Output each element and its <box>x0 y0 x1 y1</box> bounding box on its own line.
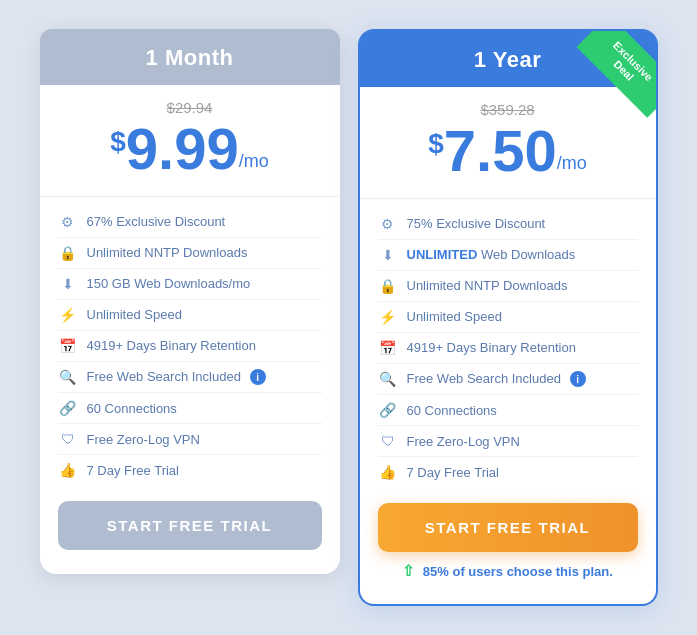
yearly-features-list: ⚙75% Exclusive Discount ⬇UNLIMITED Web D… <box>360 198 656 504</box>
list-item: 🔍Free Web Search Included i <box>58 362 322 394</box>
info-icon[interactable]: i <box>250 369 266 385</box>
speed-icon: ⚡ <box>58 307 78 323</box>
feature-label: 4919+ Days Binary Retention <box>87 338 322 353</box>
feature-label: Unlimited NNTP Downloads <box>87 245 322 260</box>
exclusive-badge-text: ExclusiveDeal <box>576 31 656 118</box>
discount-icon: ⚙ <box>378 216 398 232</box>
list-item: 🔍Free Web Search Included i <box>378 364 638 396</box>
list-item: 👍7 Day Free Trial <box>58 455 322 485</box>
feature-label: 7 Day Free Trial <box>407 465 638 480</box>
feature-label: 75% Exclusive Discount <box>407 216 638 231</box>
lock-icon: 🔒 <box>378 278 398 294</box>
feature-label: 60 Connections <box>407 403 638 418</box>
feature-label: 67% Exclusive Discount <box>87 214 322 229</box>
trial-icon: 👍 <box>58 462 78 478</box>
list-item: ⚡Unlimited Speed <box>58 300 322 331</box>
list-item: 🔒Unlimited NNTP Downloads <box>378 271 638 302</box>
feature-label: 60 Connections <box>87 401 322 416</box>
speed-icon: ⚡ <box>378 309 398 325</box>
yearly-price-row: $ 7.50 /mo <box>380 122 636 180</box>
feature-label: Free Web Search Included i <box>407 371 638 388</box>
feature-label: Free Zero-Log VPN <box>407 434 638 449</box>
lock-icon: 🔒 <box>58 245 78 261</box>
arrow-up-icon: ⇧ <box>402 562 415 579</box>
connections-icon: 🔗 <box>58 400 78 416</box>
yearly-plan-name: 1 Year <box>474 47 541 72</box>
feature-label: Unlimited Speed <box>407 309 638 324</box>
monthly-price-section: $29.94 $ 9.99 /mo <box>40 85 340 188</box>
feature-label: Unlimited Speed <box>87 307 322 322</box>
list-item: 📅4919+ Days Binary Retention <box>378 333 638 364</box>
monthly-price-amount: 9.99 <box>126 120 239 178</box>
vpn-icon: 🛡 <box>378 433 398 449</box>
feature-label: Unlimited NNTP Downloads <box>407 278 638 293</box>
yearly-price-amount: 7.50 <box>444 122 557 180</box>
monthly-plan-card: 1 Month $29.94 $ 9.99 /mo ⚙67% Exclusive… <box>40 29 340 575</box>
monthly-cta-button[interactable]: START FREE TRIAL <box>58 501 322 550</box>
list-item: 🔗60 Connections <box>378 395 638 426</box>
monthly-price-row: $ 9.99 /mo <box>60 120 320 178</box>
popular-note-text: 85% of users choose this plan. <box>423 564 613 579</box>
list-item: 🔒Unlimited NNTP Downloads <box>58 238 322 269</box>
monthly-features-list: ⚙67% Exclusive Discount 🔒Unlimited NNTP … <box>40 196 340 502</box>
monthly-price-dollar: $ <box>110 128 126 156</box>
monthly-price-suffix: /mo <box>239 152 269 170</box>
vpn-icon: 🛡 <box>58 431 78 447</box>
yearly-cta-button[interactable]: START FREE TRIAL <box>378 503 638 552</box>
yearly-price-suffix: /mo <box>557 154 587 172</box>
feature-label: Free Web Search Included i <box>87 369 322 386</box>
monthly-plan-name: 1 Month <box>146 45 234 70</box>
download-icon: ⬇ <box>378 247 398 263</box>
trial-icon: 👍 <box>378 464 398 480</box>
monthly-plan-header: 1 Month <box>40 29 340 85</box>
pricing-container: 1 Month $29.94 $ 9.99 /mo ⚙67% Exclusive… <box>20 9 678 627</box>
list-item: ⚙75% Exclusive Discount <box>378 209 638 240</box>
calendar-icon: 📅 <box>378 340 398 356</box>
list-item: 🛡Free Zero-Log VPN <box>378 426 638 457</box>
calendar-icon: 📅 <box>58 338 78 354</box>
list-item: 📅4919+ Days Binary Retention <box>58 331 322 362</box>
monthly-original-price: $29.94 <box>60 99 320 116</box>
popular-note: ⇧ 85% of users choose this plan. <box>360 562 656 580</box>
feature-label: 4919+ Days Binary Retention <box>407 340 638 355</box>
discount-icon: ⚙ <box>58 214 78 230</box>
exclusive-deal-badge: ExclusiveDeal <box>566 31 656 121</box>
search-icon: 🔍 <box>378 371 398 387</box>
list-item: 👍7 Day Free Trial <box>378 457 638 487</box>
yearly-price-dollar: $ <box>428 130 444 158</box>
feature-label: UNLIMITED Web Downloads <box>407 247 638 262</box>
search-icon: 🔍 <box>58 369 78 385</box>
list-item: ⬇150 GB Web Downloads/mo <box>58 269 322 300</box>
list-item: 🔗60 Connections <box>58 393 322 424</box>
yearly-plan-card: ExclusiveDeal 1 Year $359.28 $ 7.50 /mo … <box>358 29 658 607</box>
list-item: 🛡Free Zero-Log VPN <box>58 424 322 455</box>
list-item: ⚙67% Exclusive Discount <box>58 207 322 238</box>
list-item: ⬇UNLIMITED Web Downloads <box>378 240 638 271</box>
feature-label: Free Zero-Log VPN <box>87 432 322 447</box>
list-item: ⚡Unlimited Speed <box>378 302 638 333</box>
info-icon[interactable]: i <box>570 371 586 387</box>
feature-label: 150 GB Web Downloads/mo <box>87 276 322 291</box>
feature-label: 7 Day Free Trial <box>87 463 322 478</box>
connections-icon: 🔗 <box>378 402 398 418</box>
download-icon: ⬇ <box>58 276 78 292</box>
